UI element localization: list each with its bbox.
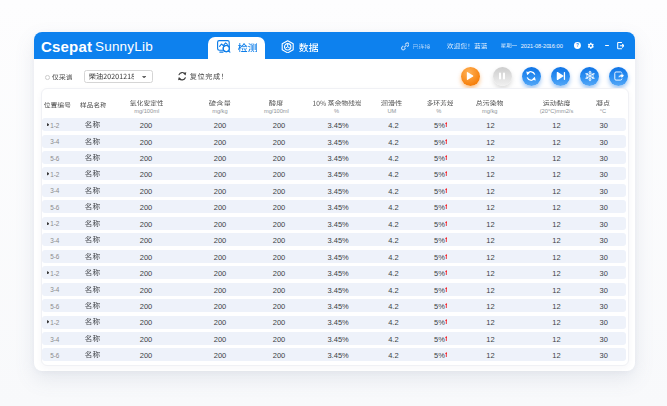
svg-text:?: ? xyxy=(576,43,579,48)
